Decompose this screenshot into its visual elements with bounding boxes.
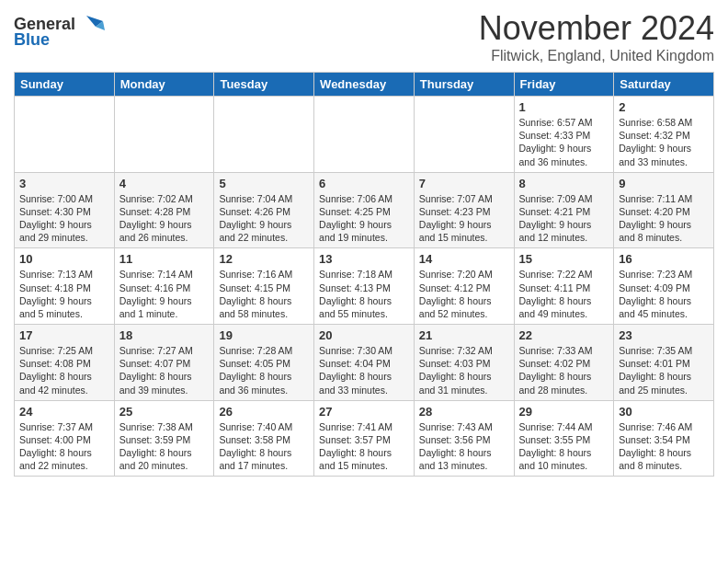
day-info: Sunrise: 7:25 AM Sunset: 4:08 PM Dayligh…: [19, 344, 109, 396]
calendar-cell: 25Sunrise: 7:38 AM Sunset: 3:59 PM Dayli…: [114, 400, 214, 477]
day-number: 28: [419, 405, 509, 419]
day-info: Sunrise: 6:57 AM Sunset: 4:33 PM Dayligh…: [519, 116, 609, 168]
calendar-week-3: 10Sunrise: 7:13 AM Sunset: 4:18 PM Dayli…: [15, 248, 714, 325]
calendar-cell: 16Sunrise: 7:23 AM Sunset: 4:09 PM Dayli…: [614, 248, 714, 325]
day-number: 7: [419, 177, 509, 190]
day-number: 21: [419, 328, 509, 342]
calendar-cell: [214, 97, 314, 173]
calendar-cell: [15, 97, 115, 173]
day-info: Sunrise: 7:14 AM Sunset: 4:16 PM Dayligh…: [119, 268, 210, 320]
day-number: 15: [519, 252, 609, 266]
calendar-cell: [414, 97, 514, 173]
col-monday: Monday: [114, 73, 214, 97]
day-number: 25: [119, 405, 210, 419]
page: General Blue November 2024 Flitwick, Eng…: [0, 0, 728, 490]
day-number: 22: [519, 328, 609, 342]
calendar-cell: 6Sunrise: 7:06 AM Sunset: 4:25 PM Daylig…: [314, 172, 415, 248]
header: General Blue November 2024 Flitwick, Eng…: [14, 9, 714, 64]
day-info: Sunrise: 7:28 AM Sunset: 4:05 PM Dayligh…: [219, 344, 309, 396]
calendar-cell: 11Sunrise: 7:14 AM Sunset: 4:16 PM Dayli…: [114, 248, 214, 325]
day-info: Sunrise: 7:02 AM Sunset: 4:28 PM Dayligh…: [119, 192, 210, 245]
col-friday: Friday: [514, 73, 614, 97]
location: Flitwick, England, United Kingdom: [479, 48, 714, 64]
day-number: 8: [519, 177, 609, 190]
day-info: Sunrise: 7:44 AM Sunset: 3:55 PM Dayligh…: [519, 420, 609, 473]
day-number: 10: [19, 252, 109, 266]
day-number: 27: [319, 405, 409, 419]
calendar-cell: 21Sunrise: 7:32 AM Sunset: 4:03 PM Dayli…: [414, 325, 514, 401]
calendar-cell: 7Sunrise: 7:07 AM Sunset: 4:23 PM Daylig…: [414, 172, 514, 248]
day-info: Sunrise: 7:43 AM Sunset: 3:56 PM Dayligh…: [419, 420, 509, 473]
day-number: 30: [619, 405, 709, 419]
calendar-cell: 28Sunrise: 7:43 AM Sunset: 3:56 PM Dayli…: [414, 400, 514, 477]
day-number: 23: [619, 328, 709, 342]
day-info: Sunrise: 7:27 AM Sunset: 4:07 PM Dayligh…: [119, 344, 210, 396]
calendar-cell: 30Sunrise: 7:46 AM Sunset: 3:54 PM Dayli…: [614, 400, 714, 477]
col-thursday: Thursday: [414, 73, 514, 97]
calendar-table: Sunday Monday Tuesday Wednesday Thursday…: [14, 72, 714, 477]
month-title: November 2024: [479, 9, 714, 48]
day-number: 4: [119, 177, 210, 190]
calendar-cell: 27Sunrise: 7:41 AM Sunset: 3:57 PM Dayli…: [314, 400, 415, 477]
day-number: 13: [319, 252, 409, 266]
col-saturday: Saturday: [614, 73, 714, 97]
day-info: Sunrise: 7:41 AM Sunset: 3:57 PM Dayligh…: [319, 420, 409, 473]
day-info: Sunrise: 7:09 AM Sunset: 4:21 PM Dayligh…: [519, 192, 609, 245]
day-info: Sunrise: 7:40 AM Sunset: 3:58 PM Dayligh…: [219, 420, 309, 473]
calendar-week-1: 1Sunrise: 6:57 AM Sunset: 4:33 PM Daylig…: [15, 97, 714, 173]
day-info: Sunrise: 6:58 AM Sunset: 4:32 PM Dayligh…: [619, 116, 709, 168]
logo: General Blue: [14, 9, 107, 50]
calendar-header-row: Sunday Monday Tuesday Wednesday Thursday…: [15, 73, 714, 97]
day-info: Sunrise: 7:00 AM Sunset: 4:30 PM Dayligh…: [19, 192, 109, 245]
calendar-cell: 5Sunrise: 7:04 AM Sunset: 4:26 PM Daylig…: [214, 172, 314, 248]
day-info: Sunrise: 7:18 AM Sunset: 4:13 PM Dayligh…: [319, 268, 409, 320]
calendar-cell: 20Sunrise: 7:30 AM Sunset: 4:04 PM Dayli…: [314, 325, 415, 401]
day-number: 5: [219, 177, 309, 190]
day-number: 18: [119, 328, 210, 342]
calendar-week-4: 17Sunrise: 7:25 AM Sunset: 4:08 PM Dayli…: [15, 325, 714, 401]
day-info: Sunrise: 7:22 AM Sunset: 4:11 PM Dayligh…: [519, 268, 609, 320]
day-number: 3: [19, 177, 109, 190]
day-number: 12: [219, 252, 309, 266]
day-info: Sunrise: 7:13 AM Sunset: 4:18 PM Dayligh…: [19, 268, 109, 320]
calendar-cell: 26Sunrise: 7:40 AM Sunset: 3:58 PM Dayli…: [214, 400, 314, 477]
col-tuesday: Tuesday: [214, 73, 314, 97]
calendar-cell: 23Sunrise: 7:35 AM Sunset: 4:01 PM Dayli…: [614, 325, 714, 401]
day-number: 20: [319, 328, 409, 342]
calendar-cell: 3Sunrise: 7:00 AM Sunset: 4:30 PM Daylig…: [15, 172, 115, 248]
calendar-cell: 2Sunrise: 6:58 AM Sunset: 4:32 PM Daylig…: [614, 97, 714, 173]
day-info: Sunrise: 7:37 AM Sunset: 4:00 PM Dayligh…: [19, 420, 109, 473]
day-info: Sunrise: 7:38 AM Sunset: 3:59 PM Dayligh…: [119, 420, 210, 473]
calendar-cell: 10Sunrise: 7:13 AM Sunset: 4:18 PM Dayli…: [15, 248, 115, 325]
calendar-cell: 12Sunrise: 7:16 AM Sunset: 4:15 PM Dayli…: [214, 248, 314, 325]
day-number: 2: [619, 100, 709, 114]
calendar-cell: 15Sunrise: 7:22 AM Sunset: 4:11 PM Dayli…: [514, 248, 614, 325]
calendar-cell: 9Sunrise: 7:11 AM Sunset: 4:20 PM Daylig…: [614, 172, 714, 248]
calendar-cell: [314, 97, 415, 173]
calendar-cell: 22Sunrise: 7:33 AM Sunset: 4:02 PM Dayli…: [514, 325, 614, 401]
day-number: 17: [19, 328, 109, 342]
day-number: 11: [119, 252, 210, 266]
calendar-cell: [114, 97, 214, 173]
title-block: November 2024 Flitwick, England, United …: [479, 9, 714, 64]
col-sunday: Sunday: [15, 73, 115, 97]
day-number: 19: [219, 328, 309, 342]
day-info: Sunrise: 7:46 AM Sunset: 3:54 PM Dayligh…: [619, 420, 709, 473]
day-number: 24: [19, 405, 109, 419]
calendar-cell: 24Sunrise: 7:37 AM Sunset: 4:00 PM Dayli…: [15, 400, 115, 477]
calendar-cell: 29Sunrise: 7:44 AM Sunset: 3:55 PM Dayli…: [514, 400, 614, 477]
day-number: 6: [319, 177, 409, 190]
col-wednesday: Wednesday: [314, 73, 415, 97]
calendar-week-5: 24Sunrise: 7:37 AM Sunset: 4:00 PM Dayli…: [15, 400, 714, 477]
calendar-cell: 4Sunrise: 7:02 AM Sunset: 4:28 PM Daylig…: [114, 172, 214, 248]
calendar-cell: 14Sunrise: 7:20 AM Sunset: 4:12 PM Dayli…: [414, 248, 514, 325]
day-number: 14: [419, 252, 509, 266]
day-info: Sunrise: 7:35 AM Sunset: 4:01 PM Dayligh…: [619, 344, 709, 396]
day-number: 29: [519, 405, 609, 419]
calendar-cell: 8Sunrise: 7:09 AM Sunset: 4:21 PM Daylig…: [514, 172, 614, 248]
calendar-cell: 17Sunrise: 7:25 AM Sunset: 4:08 PM Dayli…: [15, 325, 115, 401]
day-info: Sunrise: 7:11 AM Sunset: 4:20 PM Dayligh…: [619, 192, 709, 245]
calendar-cell: 18Sunrise: 7:27 AM Sunset: 4:07 PM Dayli…: [114, 325, 214, 401]
day-info: Sunrise: 7:33 AM Sunset: 4:02 PM Dayligh…: [519, 344, 609, 396]
day-number: 16: [619, 252, 709, 266]
